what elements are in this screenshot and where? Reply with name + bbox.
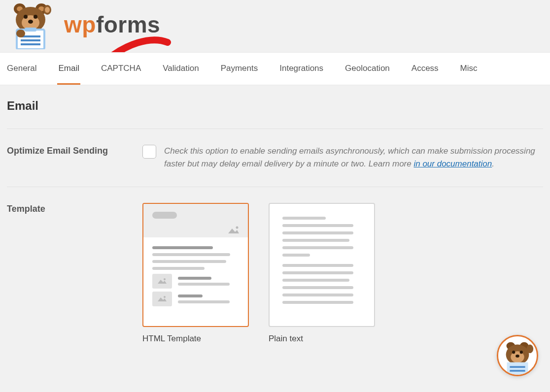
svg-rect-15 bbox=[21, 43, 40, 45]
svg-point-7 bbox=[34, 15, 37, 19]
tab-access[interactable]: Access bbox=[411, 53, 440, 85]
page-title: Email bbox=[7, 99, 543, 113]
template-label-html: HTML Template bbox=[142, 334, 249, 344]
image-placeholder-icon bbox=[227, 226, 240, 234]
svg-point-23 bbox=[164, 296, 166, 298]
tab-general[interactable]: General bbox=[6, 53, 37, 85]
svg-point-16 bbox=[16, 30, 25, 37]
image-placeholder-icon bbox=[152, 292, 172, 306]
svg-point-6 bbox=[24, 15, 28, 19]
tab-misc[interactable]: Misc bbox=[459, 53, 479, 85]
svg-point-21 bbox=[164, 278, 166, 280]
tab-validation[interactable]: Validation bbox=[162, 53, 200, 85]
svg-marker-22 bbox=[158, 297, 167, 301]
svg-point-30 bbox=[520, 351, 523, 354]
setting-optimize-email: Optimize Email Sending Check this option… bbox=[7, 145, 543, 171]
setting-label-template: Template bbox=[7, 203, 142, 214]
brand-forms: forms bbox=[96, 12, 160, 37]
template-option-html[interactable] bbox=[142, 203, 249, 327]
svg-marker-20 bbox=[158, 280, 167, 284]
help-chat-button[interactable] bbox=[497, 335, 538, 376]
svg-rect-12 bbox=[25, 28, 36, 32]
header-logo-area: wpforms bbox=[0, 0, 550, 52]
tab-integrations[interactable]: Integrations bbox=[278, 53, 324, 85]
svg-point-29 bbox=[512, 351, 515, 354]
documentation-link[interactable]: in our documentation bbox=[413, 159, 492, 168]
svg-point-8 bbox=[28, 20, 33, 24]
brand-wordmark: wpforms bbox=[64, 11, 160, 38]
divider bbox=[7, 129, 543, 129]
svg-point-10 bbox=[45, 7, 50, 13]
tab-captcha[interactable]: CAPTCHA bbox=[100, 53, 142, 85]
mascot-bear-icon bbox=[6, 0, 55, 49]
tab-email[interactable]: Email bbox=[57, 53, 80, 85]
setting-template: Template bbox=[7, 203, 543, 344]
svg-marker-18 bbox=[228, 229, 239, 233]
svg-point-35 bbox=[527, 345, 534, 354]
settings-tabs: General Email CAPTCHA Validation Payment… bbox=[0, 52, 550, 85]
svg-point-31 bbox=[516, 355, 519, 358]
svg-point-19 bbox=[236, 226, 239, 229]
tab-payments[interactable]: Payments bbox=[220, 53, 259, 85]
svg-rect-14 bbox=[21, 39, 40, 41]
brand-wp: wp bbox=[64, 12, 96, 37]
template-option-plaintext[interactable] bbox=[269, 203, 375, 327]
divider bbox=[7, 187, 543, 187]
optimize-email-description: Check this option to enable sending emai… bbox=[164, 145, 539, 171]
setting-label-optimize: Optimize Email Sending bbox=[7, 145, 142, 156]
image-placeholder-icon bbox=[152, 274, 172, 289]
svg-rect-34 bbox=[510, 370, 525, 371]
template-label-plaintext: Plain text bbox=[269, 334, 375, 344]
tab-geolocation[interactable]: Geolocation bbox=[344, 53, 391, 85]
svg-rect-32 bbox=[507, 362, 528, 375]
desc-suffix: . bbox=[492, 159, 494, 168]
svg-rect-33 bbox=[510, 366, 525, 367]
optimize-email-checkbox[interactable] bbox=[142, 145, 156, 159]
